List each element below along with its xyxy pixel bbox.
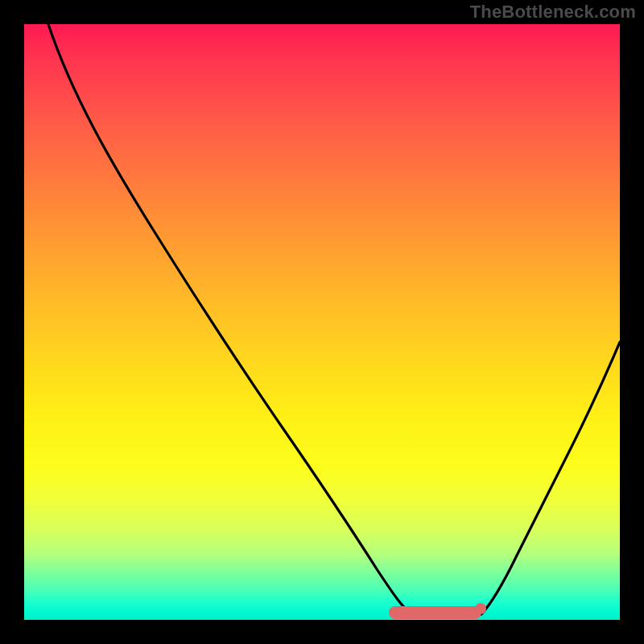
curve-layer (24, 24, 620, 620)
chart-frame: TheBottleneck.com (0, 0, 644, 644)
curve-left (48, 24, 412, 614)
plot-area (24, 24, 620, 620)
curve-right (481, 342, 620, 614)
optimal-range-end-dot (475, 603, 486, 614)
watermark-text: TheBottleneck.com (470, 2, 636, 23)
optimal-range-marker (389, 606, 481, 619)
